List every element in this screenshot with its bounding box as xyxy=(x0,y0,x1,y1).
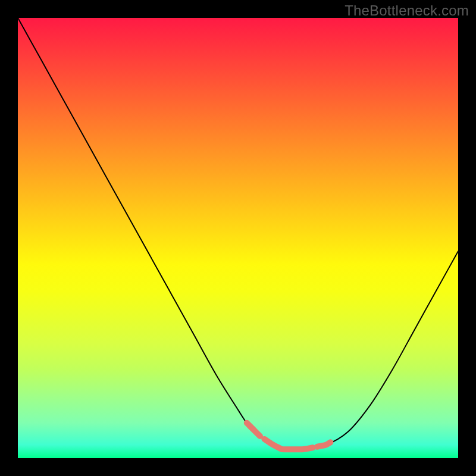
highlight-segment-left xyxy=(247,423,260,436)
watermark-text: TheBottleneck.com xyxy=(345,2,469,19)
highlight-segment-flat xyxy=(264,439,312,449)
bottleneck-curve xyxy=(18,18,458,450)
plot-area xyxy=(18,18,458,458)
highlight-segment-right xyxy=(317,442,330,446)
bottleneck-curve-svg xyxy=(18,18,458,458)
